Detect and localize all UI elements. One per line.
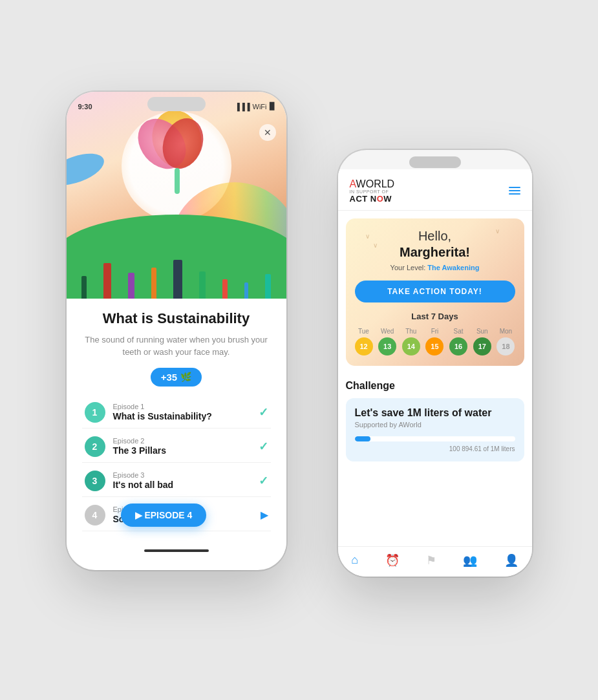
content-title: What is Sustainability: [82, 310, 271, 327]
ep-check-3: ✓: [259, 474, 268, 488]
signal-icon: ▐▐▐: [235, 103, 250, 111]
ep-label-1: Episode 1: [113, 403, 251, 410]
hero-image: ✕: [67, 92, 286, 299]
ep-num-4: 4: [85, 505, 105, 525]
building: [81, 276, 87, 299]
ep-check-1: ✓: [259, 405, 268, 419]
content-area: What is Sustainability The sound of runn…: [67, 299, 286, 542]
deco-chevron-2: ∨: [373, 242, 378, 249]
episode-list: 1 Episode 1 What is Sustainability? ✓ 2 …: [82, 397, 271, 531]
nav-alarm-icon[interactable]: ⏰: [385, 553, 400, 567]
ep-info-1: Episode 1 What is Sustainability?: [113, 403, 251, 421]
hello-card: ∨ ∨ ∨ Hello, Margherita! Your Level: The…: [346, 218, 524, 366]
bottom-nav: ⌂ ⏰ ⚑ 👥 👤: [338, 546, 532, 577]
logo-a: A: [350, 178, 356, 189]
wifi-icon: WiFi: [253, 103, 267, 111]
challenge-card: Let's save 1M liters of water Supported …: [346, 398, 524, 461]
building: [222, 279, 228, 299]
status-icons: ▐▐▐ WiFi ▉: [235, 102, 274, 111]
deco-chevron-3: ∨: [495, 228, 500, 235]
hello-decorators: ∨ ∨ ∨: [346, 218, 524, 366]
ep-label-2: Episode 2: [113, 437, 251, 445]
nav-group-icon[interactable]: 👥: [463, 553, 477, 567]
building: [173, 260, 182, 299]
nav-person-icon[interactable]: 👤: [504, 553, 518, 567]
flower-illustration: [134, 103, 219, 194]
ep-num-1: 1: [85, 402, 105, 423]
notch-pill: [147, 97, 206, 111]
building: [199, 271, 206, 299]
aworld-logo: AWORLD IN SUPPORT OF ACT NOW: [350, 178, 395, 204]
ep-title-1: What is Sustainability?: [113, 411, 251, 421]
logo-o-red: O: [377, 194, 384, 204]
battery-icon: ▉: [270, 102, 275, 111]
nav-home-icon[interactable]: ⌂: [351, 553, 358, 567]
progress-bar: [355, 436, 515, 441]
phones-container: 9:30 ▐▐▐ WiFi ▉: [47, 59, 551, 641]
ep-info-2: Episode 2 The 3 Pillars: [113, 437, 251, 456]
petal-stem: [175, 168, 180, 194]
right-content: AWORLD IN SUPPORT OF ACT NOW ∨ ∨: [338, 169, 532, 577]
phone-left: 9:30 ▐▐▐ WiFi ▉: [67, 92, 286, 570]
building: [103, 263, 111, 299]
challenge-name: Let's save 1M liters of water: [355, 407, 515, 419]
logo-world: WORLD: [356, 178, 395, 189]
ep-title-2: The 3 Pillars: [113, 445, 251, 456]
ep-label-3: Episode 3: [113, 471, 251, 479]
challenge-support: Supported by AWorld: [355, 421, 515, 429]
building: [128, 273, 134, 299]
building: [151, 268, 156, 299]
close-button[interactable]: ✕: [259, 124, 276, 141]
sky-blob: [67, 147, 108, 191]
building: [265, 274, 271, 299]
points-pill[interactable]: +35 🌿: [151, 368, 202, 387]
logo-actnow: ACT NOW: [350, 195, 395, 204]
ep-check-2: ✓: [259, 440, 268, 454]
left-notch: 9:30 ▐▐▐ WiFi ▉: [67, 92, 286, 116]
episode4-button[interactable]: ▶ EPISODE 4: [121, 504, 207, 527]
home-indicator: [67, 542, 286, 560]
deco-chevron-1: ∨: [365, 233, 370, 240]
leaf-icon: 🌿: [180, 372, 191, 382]
home-bar: [144, 549, 209, 552]
episode-item-1[interactable]: 1 Episode 1 What is Sustainability? ✓: [82, 397, 271, 429]
ep-num-3: 3: [85, 471, 105, 491]
episode-item-4[interactable]: 4 Episode 4 So, what's the deal? ▶ ▶ EPI…: [82, 500, 271, 531]
episode-item-2[interactable]: 2 Episode 2 The 3 Pillars ✓: [82, 431, 271, 463]
phone-right: AWORLD IN SUPPORT OF ACT NOW ∨ ∨: [338, 150, 532, 577]
content-description: The sound of running water when you brus…: [82, 334, 271, 359]
menu-line-3: [509, 193, 520, 195]
points-value: +35: [161, 372, 177, 383]
building: [244, 282, 248, 299]
hero-background: [67, 92, 286, 299]
episode-item-3[interactable]: 3 Episode 3 It's not all bad ✓: [82, 465, 271, 497]
points-badge: +35 🌿: [82, 368, 271, 387]
logo-aworld-line: AWORLD: [350, 178, 395, 190]
menu-line-2: [509, 190, 520, 191]
city-silhouette: [67, 240, 286, 299]
challenge-section: Challenge Let's save 1M liters of water …: [338, 374, 532, 546]
ep-num-2: 2: [85, 436, 105, 457]
menu-button[interactable]: [509, 187, 520, 195]
ep-play-4: ▶: [261, 509, 268, 521]
ep-info-3: Episode 3 It's not all bad: [113, 471, 251, 490]
right-notch: [409, 156, 461, 168]
nav-flag-icon[interactable]: ⚑: [426, 553, 436, 567]
challenge-heading: Challenge: [346, 380, 524, 392]
right-header: AWORLD IN SUPPORT OF ACT NOW: [338, 169, 532, 211]
ep-title-3: It's not all bad: [113, 480, 251, 490]
menu-line-1: [509, 187, 520, 188]
status-time: 9:30: [78, 103, 92, 111]
progress-fill: [355, 436, 371, 441]
progress-label: 100 894.61 of 1M liters: [355, 445, 515, 452]
